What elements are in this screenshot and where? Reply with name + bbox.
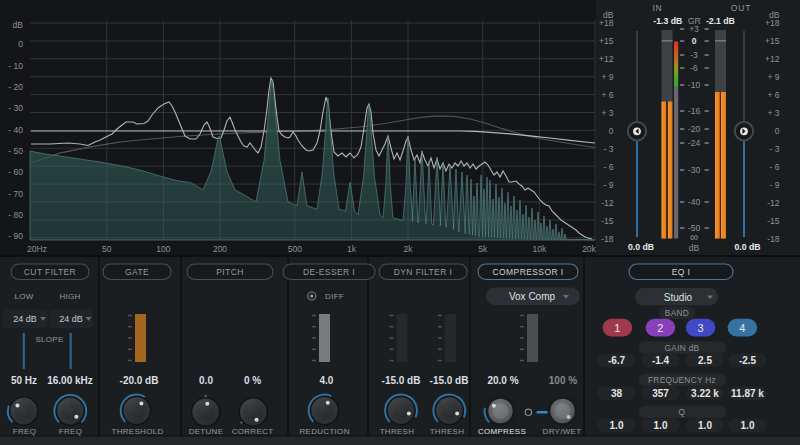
svg-text:11.87 k: 11.87 k: [731, 388, 764, 399]
svg-text:- 9: - 9: [604, 180, 614, 190]
svg-text:0: 0: [775, 126, 780, 136]
svg-text:+18: +18: [599, 18, 614, 28]
svg-text:-16: -16: [688, 106, 701, 116]
svg-text:0.0 dB: 0.0 dB: [628, 242, 654, 252]
svg-text:-6: -6: [690, 63, 698, 73]
svg-text:+15: +15: [765, 36, 780, 46]
svg-text:+3: +3: [689, 24, 699, 34]
svg-text:Studio: Studio: [664, 292, 693, 303]
svg-text:0: 0: [18, 39, 23, 49]
svg-text:- 80: - 80: [8, 210, 23, 220]
svg-text:EQ I: EQ I: [672, 267, 691, 277]
svg-text:0 %: 0 %: [244, 375, 261, 386]
svg-text:DETUNE: DETUNE: [189, 427, 224, 436]
svg-text:-12: -12: [767, 198, 780, 208]
svg-text:+ 3: + 3: [767, 108, 779, 118]
svg-text:HIGH: HIGH: [59, 292, 80, 301]
svg-text:+ 6: + 6: [601, 90, 613, 100]
svg-text:16.00 kHz: 16.00 kHz: [47, 375, 93, 386]
svg-text:DRY/WET: DRY/WET: [543, 427, 582, 436]
svg-text:-15.0 dB: -15.0 dB: [430, 375, 469, 386]
svg-text:∞: ∞: [690, 231, 698, 243]
svg-text:2: 2: [657, 322, 663, 334]
svg-text:1.0: 1.0: [654, 420, 668, 431]
svg-text:- 30: - 30: [8, 103, 23, 113]
svg-text:GAIN dB: GAIN dB: [665, 343, 700, 353]
svg-text:- 90: - 90: [8, 231, 23, 241]
svg-text:- 6: - 6: [604, 162, 614, 172]
svg-text:357: 357: [652, 388, 669, 399]
svg-text:500: 500: [288, 244, 302, 254]
svg-text:38: 38: [611, 388, 623, 399]
svg-text:- 50: - 50: [8, 146, 23, 156]
svg-text:Q: Q: [679, 407, 686, 417]
svg-text:50: 50: [102, 244, 112, 254]
svg-text:dB: dB: [13, 20, 24, 30]
svg-text:GATE: GATE: [125, 267, 149, 277]
svg-text:1.0: 1.0: [741, 420, 755, 431]
svg-text:24 dB: 24 dB: [59, 314, 83, 324]
svg-text:5k: 5k: [478, 244, 488, 254]
svg-text:+ 3: + 3: [601, 108, 613, 118]
svg-text:10k: 10k: [533, 244, 547, 254]
svg-text:0.0 dB: 0.0 dB: [734, 242, 760, 252]
svg-text:dB: dB: [689, 243, 700, 253]
svg-text:OUT: OUT: [731, 3, 751, 13]
svg-text:2.5: 2.5: [698, 355, 712, 366]
svg-text:- 60: - 60: [8, 167, 23, 177]
svg-text:50 Hz: 50 Hz: [11, 375, 37, 386]
svg-text:FREQ: FREQ: [59, 427, 82, 436]
svg-text:1.0: 1.0: [610, 420, 624, 431]
svg-text:-18: -18: [601, 234, 614, 244]
svg-text:-15.0 dB: -15.0 dB: [382, 375, 421, 386]
svg-text:LOW: LOW: [14, 292, 33, 301]
svg-text:100 %: 100 %: [549, 375, 577, 386]
svg-text:FREQ: FREQ: [13, 427, 36, 436]
svg-text:24 dB: 24 dB: [13, 314, 37, 324]
svg-text:+18: +18: [765, 18, 780, 28]
svg-text:0: 0: [692, 36, 697, 46]
svg-text:THRESH: THRESH: [430, 427, 465, 436]
svg-text:0.0: 0.0: [199, 375, 213, 386]
svg-text:-1.3 dB: -1.3 dB: [653, 16, 682, 26]
svg-text:-15: -15: [601, 216, 614, 226]
svg-text:-12: -12: [601, 198, 614, 208]
svg-text:+12: +12: [765, 54, 780, 64]
svg-text:COMPRESSOR I: COMPRESSOR I: [493, 267, 564, 277]
svg-text:2k: 2k: [404, 244, 414, 254]
svg-text:3.22 k: 3.22 k: [691, 388, 719, 399]
svg-text:-2.1 dB: -2.1 dB: [706, 16, 735, 26]
svg-text:-2.5: -2.5: [739, 355, 757, 366]
svg-text:-40: -40: [688, 197, 701, 207]
svg-text:1: 1: [614, 322, 620, 334]
svg-text:REDUCTION: REDUCTION: [299, 427, 349, 436]
svg-text:20.0 %: 20.0 %: [487, 375, 518, 386]
svg-text:DIFF: DIFF: [325, 292, 344, 301]
svg-text:- 10: - 10: [8, 61, 23, 71]
svg-text:CORRECT: CORRECT: [232, 427, 274, 436]
svg-text:SLOPE: SLOPE: [35, 335, 63, 344]
svg-text:+ 9: + 9: [767, 72, 779, 82]
svg-text:DYN FILTER I: DYN FILTER I: [394, 267, 452, 277]
svg-text:- 3: - 3: [770, 144, 780, 154]
svg-text:1.0: 1.0: [698, 420, 712, 431]
svg-text:20k: 20k: [582, 244, 596, 254]
svg-text:+ 6: + 6: [767, 90, 779, 100]
svg-text:3: 3: [698, 322, 704, 334]
svg-text:DE-ESSER I: DE-ESSER I: [303, 267, 355, 277]
svg-text:-3: -3: [690, 50, 698, 60]
svg-text:THRESH: THRESH: [380, 427, 415, 436]
svg-text:-1.4: -1.4: [652, 355, 670, 366]
svg-text:- 40: - 40: [8, 125, 23, 135]
svg-text:- 70: - 70: [8, 189, 23, 199]
svg-text:-10: -10: [688, 80, 701, 90]
svg-text:-20: -20: [688, 124, 701, 134]
svg-text:+ 9: + 9: [601, 72, 613, 82]
svg-text:- 9: - 9: [770, 180, 780, 190]
svg-text:-15: -15: [767, 216, 780, 226]
svg-text:+15: +15: [599, 36, 614, 46]
svg-text:FREQUENCY Hz: FREQUENCY Hz: [648, 375, 716, 385]
svg-text:100: 100: [156, 244, 170, 254]
svg-text:-18: -18: [767, 234, 780, 244]
svg-text:Vox Comp: Vox Comp: [509, 291, 556, 302]
